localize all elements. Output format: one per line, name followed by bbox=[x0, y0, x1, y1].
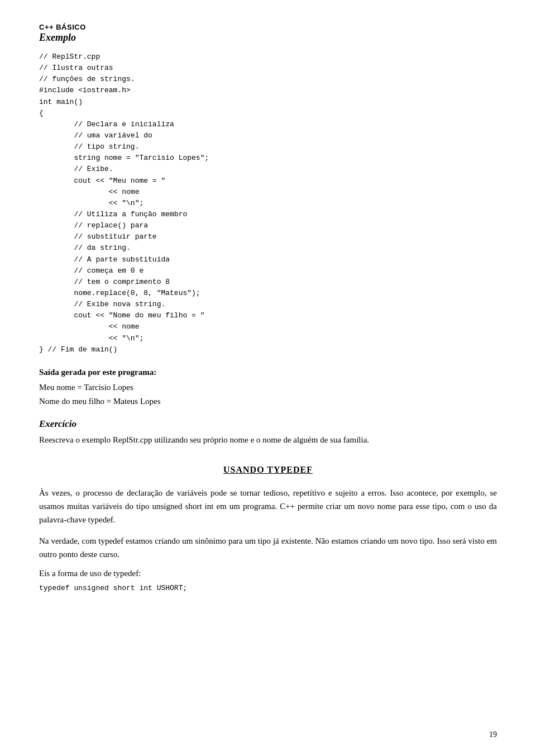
code-block: // ReplStr.cpp // Ilustra outras // funç… bbox=[39, 51, 497, 355]
typedef-heading: USANDO TYPEDEF bbox=[39, 465, 497, 475]
page-header: C++ BÁSICO bbox=[39, 22, 497, 32]
exercise-title: Exercício bbox=[39, 419, 497, 430]
page-number: 19 bbox=[489, 730, 497, 739]
example-section: Exemplo // ReplStr.cpp // Ilustra outras… bbox=[39, 32, 497, 355]
output-section: Saída gerada por este programa: Meu nome… bbox=[39, 368, 497, 406]
exercise-text: Reescreva o exemplo ReplStr.cpp utilizan… bbox=[39, 435, 497, 445]
typedef-code: typedef unsigned short int USHORT; bbox=[39, 584, 497, 592]
output-heading: Saída gerada por este programa: bbox=[39, 368, 497, 377]
eis-text: Eis a forma de uso de typedef: bbox=[39, 569, 497, 578]
typedef-paragraph2: Na verdade, com typedef estamos criando … bbox=[39, 534, 497, 561]
header-title: C++ BÁSICO bbox=[39, 23, 86, 31]
typedef-section: USANDO TYPEDEF Às vezes, o processo de d… bbox=[39, 465, 497, 592]
output-line2: Nome do meu filho = Mateus Lopes bbox=[39, 397, 497, 406]
example-title: Exemplo bbox=[39, 32, 497, 44]
typedef-paragraph1: Às vezes, o processo de declaração de va… bbox=[39, 486, 497, 526]
exercise-section: Exercício Reescreva o exemplo ReplStr.cp… bbox=[39, 419, 497, 445]
output-line1: Meu nome = Tarcisio Lopes bbox=[39, 383, 497, 392]
